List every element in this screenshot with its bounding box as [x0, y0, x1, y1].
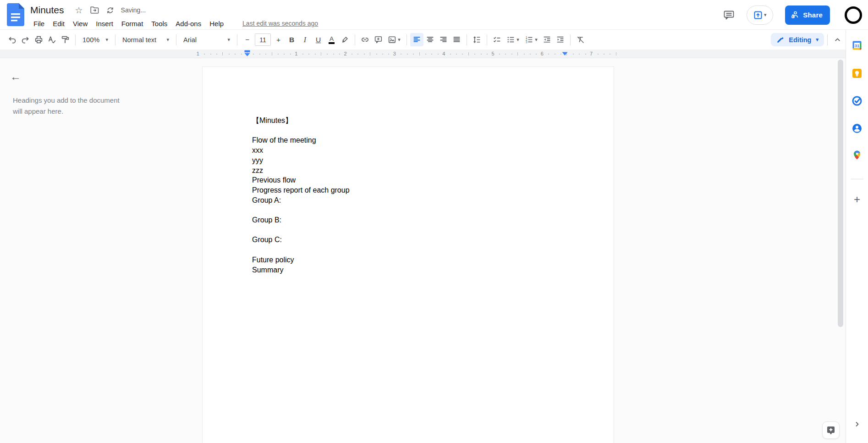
ruler-tick — [598, 54, 599, 55]
text-color-button[interactable]: A — [325, 33, 338, 46]
add-comment-button[interactable] — [372, 33, 385, 46]
increase-font-size-button[interactable]: + — [272, 33, 285, 46]
clear-formatting-button[interactable] — [574, 33, 587, 46]
last-edit-link[interactable]: Last edit was seconds ago — [242, 20, 318, 27]
line-spacing-button[interactable] — [470, 33, 483, 46]
share-button[interactable]: Share — [785, 6, 830, 25]
explore-button[interactable] — [822, 421, 840, 439]
ruler-tick — [333, 54, 334, 55]
ruler-tick — [290, 54, 291, 55]
companion-sidebar: 31 + — [846, 30, 868, 443]
ruler-number: 2 — [344, 51, 347, 56]
justify-button[interactable] — [450, 33, 463, 46]
open-comments-button[interactable] — [723, 10, 735, 21]
align-left-button[interactable] — [410, 33, 423, 46]
ruler-tick — [487, 54, 488, 55]
ruler-number: 1 — [197, 51, 199, 56]
ruler-tick — [327, 54, 328, 55]
redo-button[interactable] — [19, 33, 32, 46]
vertical-scrollbar[interactable] — [838, 60, 843, 327]
menu-bar: File Edit View Insert Format Tools Add-o… — [29, 17, 318, 29]
menu-file[interactable]: File — [29, 19, 49, 28]
ruler-tick — [216, 54, 217, 55]
decrease-font-size-button[interactable]: − — [241, 33, 254, 46]
present-to-meeting-button[interactable]: ▾ — [747, 6, 773, 25]
spellcheck-button[interactable] — [45, 33, 59, 46]
ruler-tick — [438, 54, 439, 55]
ruler-tick — [308, 54, 309, 55]
save-status-text: Saving... — [121, 6, 146, 14]
zoom-select[interactable]: 100% ▾ — [79, 34, 112, 45]
get-add-ons-button[interactable]: + — [854, 194, 860, 205]
ruler-tick — [481, 54, 482, 55]
horizontal-ruler[interactable]: 11234567 — [0, 50, 868, 58]
right-indent-marker[interactable] — [562, 52, 568, 56]
menu-insert[interactable]: Insert — [92, 19, 117, 28]
chevron-down-icon: ▾ — [166, 37, 169, 42]
close-sidebar-chevron[interactable] — [853, 421, 861, 428]
menu-addons[interactable]: Add-ons — [171, 19, 205, 28]
toolbar-divider — [570, 34, 571, 45]
top-bar: Minutes ☆ Saving... — [0, 0, 868, 30]
toolbar-divider — [237, 34, 237, 45]
paint-format-button[interactable] — [59, 33, 72, 46]
ruler-tick — [548, 54, 549, 55]
ruler-tick — [579, 54, 580, 55]
star-icon[interactable]: ☆ — [75, 6, 83, 15]
undo-button[interactable] — [5, 33, 19, 46]
google-contacts-icon[interactable] — [852, 123, 862, 133]
close-outline-icon[interactable]: ← — [10, 71, 21, 82]
google-keep-icon[interactable] — [852, 68, 862, 78]
bulleted-list-button[interactable]: ▾ — [504, 33, 522, 46]
align-right-button[interactable] — [437, 33, 450, 46]
ruler-tick — [382, 54, 383, 55]
left-indent-marker[interactable] — [244, 50, 250, 57]
toolbar-divider — [75, 34, 76, 45]
ruler-tick — [517, 52, 518, 55]
google-docs-window: Minutes ☆ Saving... — [0, 0, 868, 443]
chevron-down-icon: ▾ — [227, 37, 230, 42]
insert-image-button[interactable]: ▾ — [385, 33, 403, 46]
google-calendar-icon[interactable]: 31 — [852, 40, 862, 50]
ruler-tick — [573, 54, 574, 55]
share-button-label: Share — [803, 11, 823, 19]
google-docs-logo-icon[interactable] — [7, 3, 24, 26]
insert-link-button[interactable] — [358, 33, 372, 46]
document-page[interactable]: 【Minutes】 Flow of the meeting xxx yyy zz… — [202, 66, 614, 443]
decrease-indent-button[interactable] — [540, 33, 554, 46]
menu-view[interactable]: View — [69, 19, 92, 28]
svg-text:3: 3 — [526, 40, 527, 44]
bold-button[interactable]: B — [285, 33, 298, 46]
menu-help[interactable]: Help — [205, 19, 228, 28]
ruler-number: 7 — [590, 51, 593, 56]
menu-tools[interactable]: Tools — [147, 19, 171, 28]
ruler-tick — [585, 54, 586, 55]
font-family-select[interactable]: Arial ▾ — [180, 34, 234, 45]
google-tasks-icon[interactable] — [852, 96, 862, 106]
ruler-tick — [241, 54, 242, 55]
highlight-color-button[interactable] — [338, 33, 352, 46]
document-title[interactable]: Minutes — [29, 5, 65, 16]
ruler-tick — [536, 54, 537, 55]
checklist-button[interactable] — [490, 33, 504, 46]
hide-menus-button[interactable] — [831, 33, 844, 46]
move-folder-icon[interactable] — [90, 6, 99, 14]
underline-button[interactable]: U — [312, 33, 325, 46]
paragraph-style-value: Normal text — [122, 36, 156, 44]
document-text[interactable]: 【Minutes】 Flow of the meeting xxx yyy zz… — [252, 116, 573, 275]
menu-edit[interactable]: Edit — [49, 19, 69, 28]
ruler-tick — [204, 54, 205, 55]
google-maps-icon[interactable] — [852, 150, 862, 160]
print-button[interactable] — [32, 33, 45, 46]
numbered-list-button[interactable]: 1 2 3 ▾ — [522, 33, 540, 46]
font-size-input[interactable]: 11 — [255, 33, 271, 46]
account-avatar[interactable] — [845, 6, 862, 24]
paragraph-style-select[interactable]: Normal text ▾ — [119, 34, 173, 45]
menu-format[interactable]: Format — [117, 19, 148, 28]
increase-indent-button[interactable] — [554, 33, 567, 46]
editing-mode-select[interactable]: Editing ▾ — [771, 33, 824, 46]
align-center-button[interactable] — [423, 33, 437, 46]
ruler-tick — [370, 52, 370, 55]
italic-button[interactable]: I — [298, 33, 312, 46]
ruler-tick — [401, 54, 401, 55]
